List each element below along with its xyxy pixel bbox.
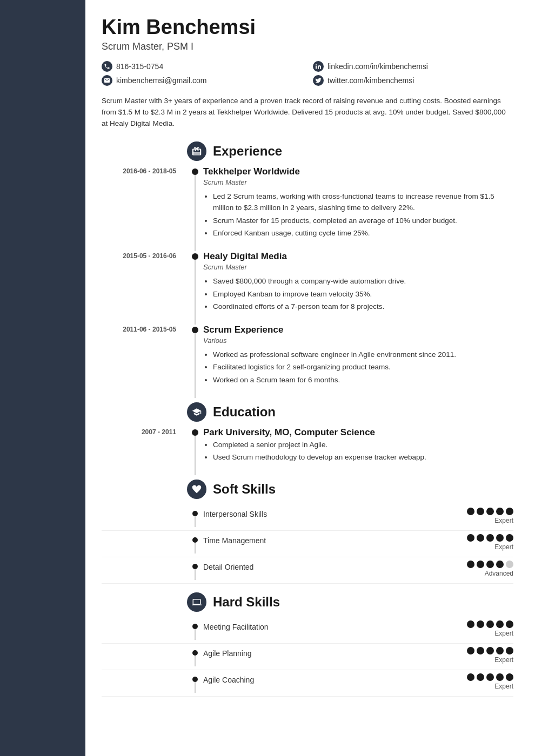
timeline-vertical-line: [195, 543, 196, 554]
hard-skills-header-row: Hard Skills: [102, 592, 513, 617]
timeline-vertical-line: [195, 175, 196, 251]
skill-level: Expert: [494, 517, 513, 524]
hard-skills-list: Meeting Facilitation Expert Agile Planni…: [102, 617, 513, 697]
job-role: Scrum Master: [203, 178, 513, 186]
timeline-vertical-line: [195, 629, 196, 640]
skill-level: Advanced: [485, 570, 513, 577]
skill-dots: [467, 534, 513, 542]
experience-section-header: Experience: [187, 141, 513, 161]
edu-institution: Park University, MO, Computer Science: [203, 427, 513, 438]
experience-icon: [187, 141, 206, 161]
skill-dates-spacer: [102, 647, 187, 666]
sidebar: [0, 0, 85, 756]
skill-name: Agile Coaching: [203, 673, 467, 693]
education-section-header: Education: [187, 402, 513, 422]
skill-item: Agile Planning Expert: [102, 644, 513, 670]
timeline-line: [187, 325, 203, 398]
education-list: 2007 - 2011 Park University, MO, Compute…: [102, 427, 513, 475]
list-item: Coordinated efforts of a 7-person team f…: [213, 301, 513, 313]
experience-header-row: Experience: [102, 141, 513, 166]
timeline-line: [187, 561, 203, 580]
skill-dates-spacer: [102, 534, 187, 554]
skill-circle: [477, 508, 484, 515]
experience-title: Experience: [213, 144, 282, 159]
skill-circle: [467, 673, 474, 681]
skill-dot: [192, 511, 198, 516]
phone-icon: [102, 61, 112, 72]
skill-circle: [477, 534, 484, 542]
skill-circle: [496, 508, 504, 515]
skill-name: Detail Oriented: [203, 561, 467, 580]
skill-item: Meeting Facilitation Expert: [102, 617, 513, 644]
skill-circle: [506, 647, 513, 654]
edu-content: Park University, MO, Computer Science Co…: [203, 427, 513, 475]
skill-circle: [506, 534, 513, 542]
timeline-vertical-line: [195, 569, 196, 580]
skill-dates-spacer: [102, 620, 187, 640]
soft-skills-header-spacer: [102, 480, 187, 504]
soft-skills-title: Soft Skills: [213, 482, 276, 497]
skill-dots: [467, 673, 513, 681]
skill-dot: [192, 624, 198, 629]
skill-dots: [467, 508, 513, 515]
contact-grid: 816-315-0754 linkedin.com/in/kimbenchems…: [102, 61, 513, 86]
skill-rating: Expert: [467, 673, 513, 693]
job-company: Scrum Experience: [203, 325, 513, 335]
skill-level: Expert: [494, 543, 513, 551]
skill-circle: [496, 620, 504, 628]
list-item: Saved $800,000 through a company-wide au…: [213, 275, 513, 287]
job-dates: 2011-06 - 2015-05: [102, 325, 187, 398]
experience-list: 2016-06 - 2018-05 Tekkhelper Worldwide S…: [102, 166, 513, 398]
list-item: Worked on a Scrum team for 6 months.: [213, 374, 513, 386]
main-content: Kim Benchemsi Scrum Master, PSM I 816-31…: [85, 0, 535, 756]
skill-circle: [467, 561, 474, 568]
twitter-text: twitter.com/kimbenchemsi: [327, 76, 414, 85]
skill-dot: [192, 650, 198, 656]
list-item: Scrum Master for 15 products, completed …: [213, 215, 513, 227]
skill-dates-spacer: [102, 561, 187, 580]
skill-level: Expert: [494, 630, 513, 637]
job-bullets: Worked as professional software engineer…: [203, 349, 513, 386]
skill-dates-spacer: [102, 508, 187, 527]
list-item: Completed a senior project in Agile.: [213, 439, 513, 451]
job-content: Scrum Experience Various Worked as profe…: [203, 325, 513, 398]
skill-dates-spacer: [102, 673, 187, 693]
education-title: Education: [213, 404, 276, 420]
experience-item: 2011-06 - 2015-05 Scrum Experience Vario…: [102, 325, 513, 398]
education-item: 2007 - 2011 Park University, MO, Compute…: [102, 427, 513, 475]
skill-rating: Expert: [467, 534, 513, 554]
skill-circle: [506, 561, 513, 568]
summary-text: Scrum Master with 3+ years of experience…: [102, 96, 513, 130]
skill-rating: Expert: [467, 647, 513, 666]
list-item: Employed Kanban to improve team velocity…: [213, 288, 513, 300]
twitter-icon: [313, 75, 324, 86]
timeline-line: [187, 166, 203, 251]
job-role: Various: [203, 336, 513, 345]
skill-dots: [467, 561, 513, 568]
skill-dots: [467, 647, 513, 654]
skill-circle: [486, 561, 494, 568]
timeline-vertical-line: [195, 682, 196, 693]
job-company: Tekkhelper Worldwide: [203, 166, 513, 177]
contact-linkedin: linkedin.com/in/kimbenchemsi: [313, 61, 513, 72]
job-role: Scrum Master: [203, 263, 513, 271]
job-company: Healy Digital Media: [203, 251, 513, 262]
timeline-dot: [192, 253, 198, 260]
skill-circle: [477, 647, 484, 654]
skill-circle: [467, 534, 474, 542]
experience-item: 2015-05 - 2016-06 Healy Digital Media Sc…: [102, 251, 513, 325]
skill-circle: [486, 673, 494, 681]
skill-item: Agile Coaching Expert: [102, 670, 513, 697]
timeline-line: [187, 251, 203, 325]
skill-item: Detail Oriented Advanced: [102, 557, 513, 584]
email-text: kimbenchemsi@gmail.com: [116, 76, 206, 85]
email-icon: [102, 75, 112, 86]
skill-rating: Expert: [467, 620, 513, 640]
skill-name: Interpersonal Skills: [203, 508, 467, 527]
skill-name: Time Management: [203, 534, 467, 554]
skill-circle: [477, 673, 484, 681]
edu-bullets: Completed a senior project in Agile.Used…: [203, 439, 513, 463]
timeline-line: [187, 508, 203, 527]
experience-item: 2016-06 - 2018-05 Tekkhelper Worldwide S…: [102, 166, 513, 251]
timeline-dot: [192, 429, 198, 436]
